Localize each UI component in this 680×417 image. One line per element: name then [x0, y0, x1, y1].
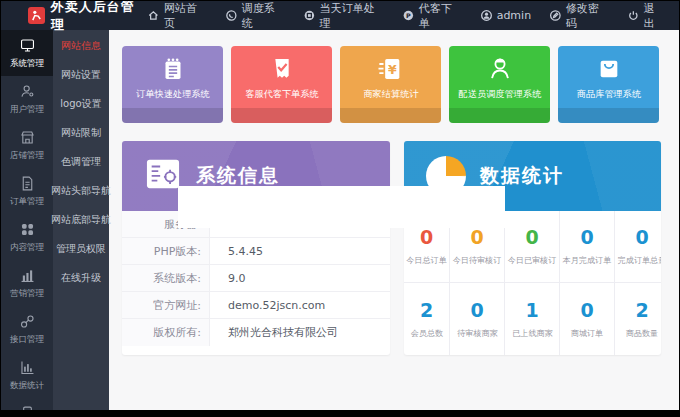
system-info-panel: 系统信息 服务器: PHP版本: 5.4.45 系统版本: — [122, 141, 390, 355]
app-window: 外卖人后台管理 网站首页 调度系统 当天订单处理 P 代客下单 admin — [1, 1, 679, 410]
tile-courier-dispatch-management[interactable]: 配送员调度管理系统 — [449, 46, 550, 123]
submenu-item-admin-permissions[interactable]: 管理员权限 — [53, 236, 109, 262]
submenu: 网站信息 网站设置 logo设置 网站限制 色调管理 网站头部导航 网站底部导航… — [53, 30, 109, 410]
user-gear-icon — [19, 83, 36, 100]
stat-today-reviewed: 0 今日已审核订 — [505, 211, 560, 283]
stats-grid: 0 今日总订单 0 今日待审核订 0 今日已审核订 0 — [404, 211, 661, 355]
stat-mall-orders: 0 商城订单 — [560, 283, 615, 355]
mobile-app-icon: APP — [19, 405, 36, 411]
shopping-bag-icon — [594, 54, 624, 84]
submenu-item-site-limits[interactable]: 网站限制 — [53, 120, 109, 146]
bar-chart-icon — [19, 359, 36, 376]
marketing-chart-icon — [19, 267, 36, 284]
sidebar-item-users[interactable]: 用户管理 — [1, 76, 53, 122]
app-title: 外卖人后台管理 — [51, 1, 148, 34]
proxy-order-icon: P — [402, 9, 415, 22]
money-yuan-icon: ¥ — [376, 54, 406, 84]
monitor-icon — [19, 37, 36, 54]
home-icon — [147, 9, 160, 22]
sidebar-item-shops[interactable]: 店铺管理 — [1, 122, 53, 168]
system-info-table: 服务器: PHP版本: 5.4.45 系统版本: 9.0 官方网址: — [122, 211, 390, 346]
sidebar-item-system[interactable]: 系统管理 — [1, 30, 53, 76]
submenu-item-online-upgrade[interactable]: 在线升级 — [53, 265, 109, 291]
nav-logout[interactable]: 退出 — [627, 1, 665, 31]
stat-total-members: 2 会员总数 — [404, 283, 450, 355]
today-orders-icon — [303, 9, 316, 22]
sidebar-item-orders[interactable]: 订单管理 — [1, 168, 53, 214]
user-icon — [480, 9, 493, 22]
grid-icon — [19, 221, 36, 238]
stat-product-count: 2 商品数量 — [615, 283, 661, 355]
submenu-item-site-settings[interactable]: 网站设置 — [53, 62, 109, 88]
link-icon — [19, 313, 36, 330]
stat-total-completed-orders: 0 完成订单总量 — [615, 211, 661, 283]
stat-online-merchants: 1 已上线商家 — [505, 283, 560, 355]
courier-icon — [485, 54, 515, 84]
sidebar-item-marketing[interactable]: 营销管理 — [1, 260, 53, 306]
shop-icon — [19, 129, 36, 146]
receipt-check-icon — [267, 54, 297, 84]
svg-text:P: P — [406, 12, 411, 19]
submenu-item-header-nav[interactable]: 网站头部导航 — [53, 178, 109, 204]
info-row-php-version: PHP版本: 5.4.45 — [122, 238, 390, 265]
redaction-overlay — [178, 186, 505, 228]
submenu-item-color-management[interactable]: 色调管理 — [53, 149, 109, 175]
edit-password-icon — [549, 9, 562, 22]
nav-today-orders[interactable]: 当天订单处理 — [303, 1, 384, 31]
system-settings-icon — [144, 157, 182, 195]
nav-change-password[interactable]: 修改密码 — [549, 1, 609, 31]
tile-product-library-management[interactable]: 商品库管理系统 — [558, 46, 659, 123]
sidebar-item-content[interactable]: 内容管理 — [1, 214, 53, 260]
sidebar: 系统管理 用户管理 店铺管理 订单管理 内容管理 营销管理 接口管理 数据统计 — [1, 30, 53, 410]
brand: 外卖人后台管理 — [28, 1, 147, 34]
svg-text:¥: ¥ — [387, 62, 396, 77]
logo-icon — [28, 7, 45, 24]
tile-customer-service-proxy-order[interactable]: 客服代客下单系统 — [231, 46, 332, 123]
info-row-official-site: 官方网址: demo.52jscn.com — [122, 292, 390, 319]
nav-dispatch-system[interactable]: 调度系统 — [225, 1, 285, 31]
topbar: 外卖人后台管理 网站首页 调度系统 当天订单处理 P 代客下单 admin — [1, 1, 679, 30]
logout-icon — [627, 9, 640, 22]
submenu-item-logo-settings[interactable]: logo设置 — [53, 91, 109, 117]
notepad-icon — [158, 54, 188, 84]
stat-pending-merchants: 0 待审核商家 — [450, 283, 505, 355]
tile-merchant-settlement-stats[interactable]: ¥ 商家结算统计 — [340, 46, 441, 123]
submenu-item-footer-nav[interactable]: 网站底部导航 — [53, 207, 109, 233]
nav-proxy-order[interactable]: P 代客下单 — [402, 1, 462, 31]
dispatch-icon — [225, 9, 238, 22]
sidebar-item-interface[interactable]: 接口管理 — [1, 306, 53, 352]
tile-order-quick-processing[interactable]: 订单快速处理系统 — [122, 46, 223, 123]
submenu-item-site-info[interactable]: 网站信息 — [53, 33, 109, 59]
info-row-system-version: 系统版本: 9.0 — [122, 265, 390, 292]
info-row-copyright: 版权所有: 郑州光合科技有限公司 — [122, 319, 390, 346]
topmenu: 网站首页 调度系统 当天订单处理 P 代客下单 admin 修改密码 — [147, 1, 665, 31]
nav-admin-account[interactable]: admin — [480, 9, 531, 22]
sidebar-item-mobile[interactable]: APP 移动端管理 — [1, 398, 53, 410]
quick-access-tiles: 订单快速处理系统 客服代客下单系统 ¥ 商家结算统计 — [122, 46, 679, 123]
stat-month-completed-orders: 0 本月完成订单 — [560, 211, 615, 283]
sidebar-item-statistics[interactable]: 数据统计 — [1, 352, 53, 398]
order-doc-icon — [19, 175, 36, 192]
nav-site-home[interactable]: 网站首页 — [147, 1, 207, 31]
data-stats-panel: 数据统计 0 今日总订单 0 今日待审核订 0 今日已审核 — [404, 141, 661, 355]
